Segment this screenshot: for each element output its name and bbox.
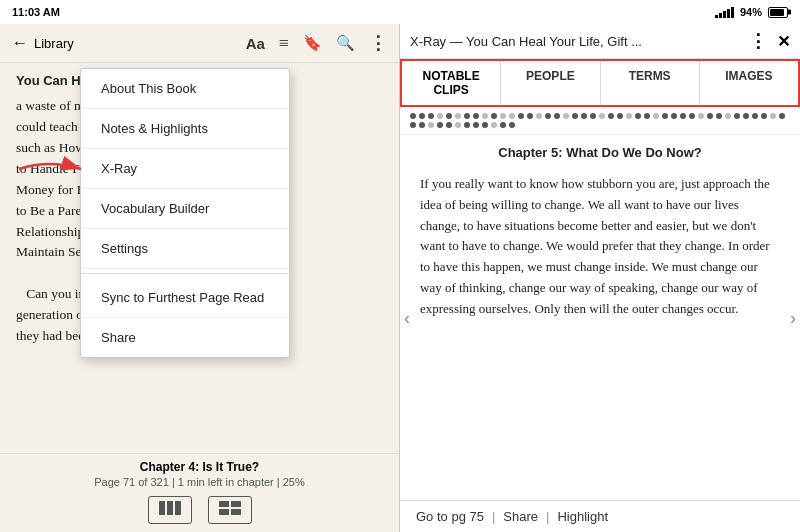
- goto-page-link[interactable]: Go to pg 75: [416, 509, 484, 524]
- xray-arrow-indicator: [9, 154, 89, 184]
- svg-rect-1: [167, 501, 173, 515]
- status-bar: 11:03 AM 94%: [0, 0, 800, 24]
- list-view-button[interactable]: [148, 496, 192, 524]
- bottom-icons: [4, 496, 395, 524]
- tab-images[interactable]: IMAGES: [700, 61, 798, 105]
- share-link[interactable]: Share: [503, 509, 538, 524]
- tab-terms[interactable]: TERMS: [601, 61, 700, 105]
- signal-bars: [715, 7, 734, 18]
- signal-pct: 94%: [740, 6, 762, 18]
- grid-view-button[interactable]: [208, 496, 252, 524]
- xray-chapter-heading: Chapter 5: What Do We Do Now?: [420, 145, 780, 160]
- back-arrow-icon[interactable]: ←: [12, 34, 28, 52]
- search-button[interactable]: 🔍: [336, 34, 355, 52]
- xray-passage-text: If you really want to know how stubborn …: [420, 174, 780, 320]
- more-button[interactable]: ⋮: [369, 32, 387, 54]
- svg-rect-3: [219, 501, 229, 507]
- menu-item-about[interactable]: About This Book: [81, 69, 289, 109]
- status-right: 94%: [715, 6, 788, 18]
- xray-tabs: NOTABLE CLIPS PEOPLE TERMS IMAGES: [400, 59, 800, 107]
- svg-rect-2: [175, 501, 181, 515]
- xray-more-icon[interactable]: ⋮: [749, 30, 767, 52]
- highlight-link[interactable]: Highlight: [557, 509, 608, 524]
- reader-toolbar: Aa ≡ 🔖 🔍 ⋮: [246, 32, 387, 54]
- left-panel-reader: ← Library Aa ≡ 🔖 🔍 ⋮ You Can Heal Your L…: [0, 24, 400, 532]
- menu-item-vocab[interactable]: Vocabulary Builder: [81, 189, 289, 229]
- toc-button[interactable]: ≡: [279, 33, 289, 54]
- chapter-label: Chapter 4: Is It True?: [4, 460, 395, 474]
- dropdown-menu: About This Book Notes & Highlights X-Ray…: [80, 68, 290, 358]
- xray-bottom-bar: Go to pg 75 | Share | Highlight: [400, 500, 800, 532]
- bookmark-button[interactable]: 🔖: [303, 34, 322, 52]
- xray-close-icon[interactable]: ✕: [777, 32, 790, 51]
- svg-rect-4: [231, 501, 241, 507]
- xray-top-bar: X-Ray — You Can Heal Your Life, Gift ...…: [400, 24, 800, 59]
- xray-title: X-Ray — You Can Heal Your Life, Gift ...: [410, 34, 741, 49]
- page-info: Page 71 of 321 | 1 min left in chapter |…: [4, 476, 395, 488]
- status-time: 11:03 AM: [12, 6, 60, 18]
- battery-icon: [768, 7, 788, 18]
- menu-item-settings[interactable]: Settings: [81, 229, 289, 269]
- menu-item-xray[interactable]: X-Ray: [81, 149, 289, 189]
- progress-dots: [400, 107, 800, 135]
- font-size-button[interactable]: Aa: [246, 35, 265, 52]
- menu-item-share[interactable]: Share: [81, 318, 289, 357]
- main-layout: ← Library Aa ≡ 🔖 🔍 ⋮ You Can Heal Your L…: [0, 24, 800, 532]
- menu-item-sync[interactable]: Sync to Furthest Page Read: [81, 278, 289, 318]
- reader-bottom: Chapter 4: Is It True? Page 71 of 321 | …: [0, 453, 399, 532]
- reader-nav-left: ← Library: [12, 34, 74, 52]
- xray-top-icons: ⋮ ✕: [749, 30, 790, 52]
- nav-arrow-right[interactable]: ›: [790, 307, 796, 328]
- tab-people[interactable]: PEOPLE: [501, 61, 600, 105]
- svg-rect-0: [159, 501, 165, 515]
- xray-content: ‹ Chapter 5: What Do We Do Now? If you r…: [400, 135, 800, 500]
- reader-top-bar: ← Library Aa ≡ 🔖 🔍 ⋮: [0, 24, 399, 63]
- battery-fill: [770, 9, 784, 16]
- menu-item-notes[interactable]: Notes & Highlights: [81, 109, 289, 149]
- tab-notable-clips[interactable]: NOTABLE CLIPS: [402, 61, 501, 105]
- menu-divider: [81, 273, 289, 274]
- library-label[interactable]: Library: [34, 36, 74, 51]
- nav-arrow-left[interactable]: ‹: [404, 307, 410, 328]
- right-panel-xray: X-Ray — You Can Heal Your Life, Gift ...…: [400, 24, 800, 532]
- svg-rect-6: [231, 509, 241, 515]
- svg-rect-5: [219, 509, 229, 515]
